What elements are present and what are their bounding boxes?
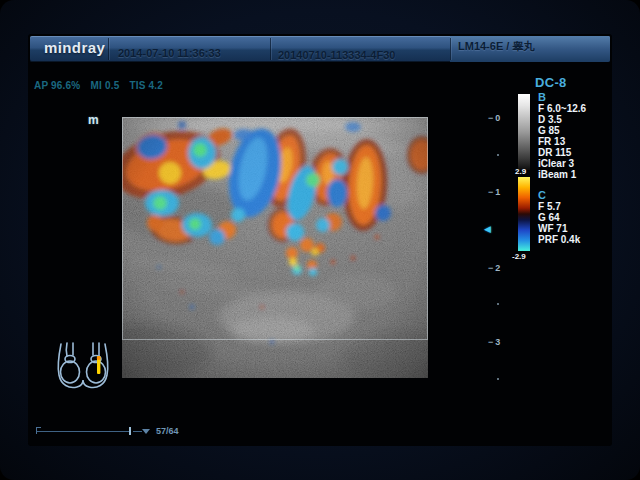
focus-marker-icon[interactable]: ◀ [484, 224, 491, 234]
depth-tick-1: −1 [488, 187, 500, 197]
doppler-color-bar [518, 177, 530, 251]
grayscale-bar [518, 94, 530, 170]
ap-value: AP 96.6% [34, 80, 80, 91]
mi-value: MI 0.5 [90, 80, 119, 91]
cine-track [133, 431, 142, 432]
cine-position-marker[interactable] [129, 427, 131, 435]
doppler-image-canvas [122, 117, 428, 378]
acoustic-status-line: AP 96.6% MI 0.5 TIS 4.2 [34, 80, 170, 91]
b-mode-params: B F 6.0~12.6 D 3.5 G 85 FR 13 DR 115 iCl… [538, 92, 586, 180]
cine-frame-counter: 57/64 [156, 426, 179, 436]
system-model-label: DC-8 [535, 75, 567, 90]
body-marker[interactable] [52, 340, 114, 400]
cine-track[interactable] [37, 431, 131, 432]
mindray-logo: mindray [44, 39, 105, 56]
velocity-min-label: -2.9 [512, 252, 526, 261]
titlebar-divider [108, 38, 109, 60]
c-param: PRF 0.4k [538, 234, 580, 245]
probe-marker-head [97, 356, 101, 360]
b-param: D 3.5 [538, 114, 586, 125]
titlebar-divider [450, 38, 451, 60]
b-param: iBeam 1 [538, 169, 586, 180]
ultrasound-image[interactable] [122, 117, 428, 378]
orientation-marker: m [88, 113, 99, 127]
tis-value: TIS 4.2 [129, 80, 163, 91]
cine-end-marker-icon [142, 429, 150, 434]
ultrasound-monitor: mindray 2014-07-10 11:36:33 20140710-113… [0, 0, 640, 480]
probe-exam-label: LM14-6E / 睾丸 [458, 39, 534, 54]
b-param: iClear 3 [538, 158, 586, 169]
depth-tick-3: −3 [488, 337, 500, 347]
titlebar-divider [270, 38, 271, 60]
cine-bar[interactable]: 57/64 [34, 423, 214, 439]
study-id-label: 20140710-113334-4F30 [278, 49, 395, 61]
color-mode-label: C [538, 190, 580, 201]
c-param: G 64 [538, 212, 580, 223]
testes-body-marker-icon [52, 340, 114, 396]
depth-dot [497, 154, 499, 156]
datetime-label: 2014-07-10 11:36:33 [118, 47, 221, 59]
c-param: WF 71 [538, 223, 580, 234]
cine-start-cap [36, 427, 41, 428]
b-param: FR 13 [538, 136, 586, 147]
depth-tick-0: −0 [488, 113, 500, 123]
color-mode-params: C F 5.7 G 64 WF 71 PRF 0.4k [538, 190, 580, 245]
velocity-max-label: 2.9 [515, 167, 526, 176]
b-param: DR 115 [538, 147, 586, 158]
b-param: G 85 [538, 125, 586, 136]
c-param: F 5.7 [538, 201, 580, 212]
depth-dot [497, 378, 499, 380]
depth-dot [497, 303, 499, 305]
title-bar: mindray 2014-07-10 11:36:33 20140710-113… [30, 36, 610, 62]
b-mode-label: B [538, 92, 586, 103]
b-param: F 6.0~12.6 [538, 103, 586, 114]
depth-tick-2: −2 [488, 263, 500, 273]
